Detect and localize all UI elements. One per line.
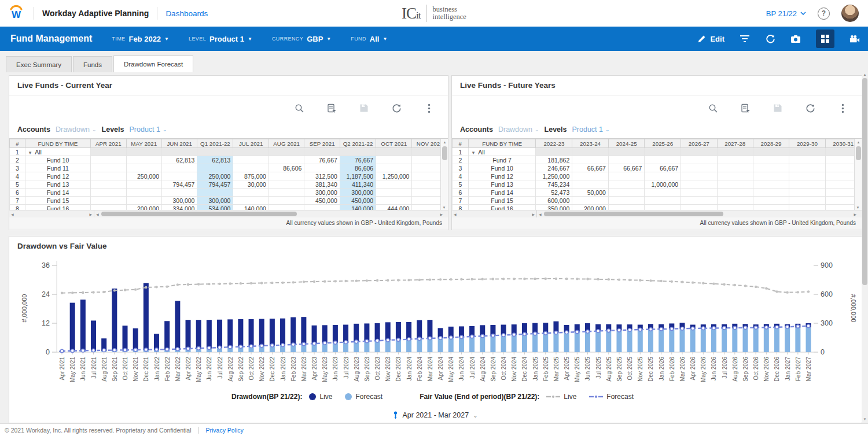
search-icon[interactable]: [708, 103, 718, 113]
point-fair-value-live[interactable]: [334, 280, 336, 282]
point-fair-value-forecast[interactable]: [775, 326, 779, 329]
point-fair-value-live[interactable]: [681, 280, 683, 283]
point-fair-value-live[interactable]: [545, 278, 547, 280]
bar-drawdown-forecast[interactable]: [785, 328, 790, 353]
point-fair-value-forecast[interactable]: [617, 328, 621, 332]
value-cell[interactable]: [91, 148, 126, 156]
value-cell[interactable]: 1,187,500: [340, 172, 376, 180]
point-fair-value-live[interactable]: [797, 291, 799, 293]
point-fair-value-live[interactable]: [313, 280, 315, 283]
point-fair-value-live[interactable]: [271, 282, 273, 284]
bar-drawdown-forecast[interactable]: [469, 337, 475, 352]
level-filter[interactable]: LEVEL Product 1 ▼: [189, 35, 252, 43]
point-fair-value-live[interactable]: [387, 279, 389, 282]
point-fair-value-forecast[interactable]: [344, 341, 348, 344]
value-cell[interactable]: [304, 164, 340, 172]
value-cell[interactable]: [572, 148, 609, 156]
point-fair-value-forecast[interactable]: [386, 339, 389, 342]
grid-view-button[interactable]: [816, 29, 834, 48]
legend-item-fv-forecast[interactable]: Forecast: [589, 393, 634, 401]
version-selector[interactable]: BP 21/22: [766, 9, 806, 18]
bar-drawdown-forecast[interactable]: [764, 328, 769, 352]
value-cell[interactable]: [789, 148, 825, 156]
value-cell[interactable]: [789, 164, 825, 172]
point-fair-value-live[interactable]: [124, 289, 126, 291]
value-cell[interactable]: [91, 164, 126, 172]
refresh-icon[interactable]: [765, 34, 775, 44]
bar-drawdown-forecast[interactable]: [722, 328, 727, 352]
point-fair-value-forecast[interactable]: [292, 343, 295, 346]
point-fair-value-live[interactable]: [92, 291, 94, 293]
point-fair-value-live[interactable]: [744, 284, 746, 287]
point-fair-value-live[interactable]: [649, 279, 652, 282]
value-cell[interactable]: 411,340: [340, 180, 376, 189]
bar-drawdown-forecast[interactable]: [774, 328, 779, 352]
value-cell[interactable]: [608, 197, 644, 205]
point-fair-value-forecast[interactable]: [323, 342, 326, 345]
point-fair-value-forecast[interactable]: [460, 335, 464, 339]
point-fair-value-forecast[interactable]: [523, 332, 527, 336]
point-fair-value-live[interactable]: [576, 278, 578, 280]
point-fair-value-forecast[interactable]: [239, 345, 242, 349]
value-cell[interactable]: [717, 148, 753, 156]
value-cell[interactable]: [233, 156, 269, 164]
value-cell[interactable]: [161, 172, 197, 180]
point-fair-value-forecast[interactable]: [123, 349, 127, 352]
value-cell[interactable]: [197, 148, 233, 156]
point-fair-value-forecast[interactable]: [796, 325, 800, 328]
point-fair-value-live[interactable]: [303, 280, 305, 283]
point-fair-value-forecast[interactable]: [281, 343, 285, 347]
bar-drawdown-forecast[interactable]: [522, 334, 527, 352]
point-fair-value-live[interactable]: [376, 279, 378, 282]
scroll-right-icon[interactable]: ▶: [440, 212, 443, 216]
point-fair-value-live[interactable]: [344, 280, 347, 282]
point-fair-value-live[interactable]: [723, 283, 725, 286]
value-cell[interactable]: [91, 197, 126, 205]
point-fair-value-live[interactable]: [692, 281, 694, 283]
value-cell[interactable]: [717, 156, 753, 164]
fund-name-cell[interactable]: Fund 16: [25, 205, 90, 210]
point-fair-value-forecast[interactable]: [271, 344, 274, 348]
point-fair-value-live[interactable]: [250, 282, 252, 284]
value-cell[interactable]: [753, 189, 789, 197]
value-cell[interactable]: 140,000: [340, 205, 376, 210]
point-fair-value-forecast[interactable]: [407, 338, 411, 341]
point-fair-value-live[interactable]: [618, 278, 620, 280]
value-cell[interactable]: [572, 172, 609, 180]
value-cell[interactable]: [126, 164, 161, 172]
bar-drawdown-forecast[interactable]: [711, 328, 716, 352]
value-cell[interactable]: 875,000: [233, 172, 269, 180]
bar-drawdown-live[interactable]: [80, 300, 86, 351]
value-cell[interactable]: 794,457: [197, 180, 233, 189]
scroll-down-icon[interactable]: ▼: [440, 204, 448, 210]
value-cell[interactable]: [126, 148, 161, 156]
value-cell[interactable]: [126, 180, 161, 189]
point-fair-value-forecast[interactable]: [365, 339, 369, 343]
bar-drawdown-live[interactable]: [259, 319, 264, 346]
workday-logo-icon[interactable]: W: [7, 3, 25, 24]
point-fair-value-live[interactable]: [460, 278, 462, 280]
value-cell[interactable]: [681, 180, 717, 189]
bar-drawdown-forecast[interactable]: [806, 327, 811, 352]
filter-icon[interactable]: [740, 34, 750, 44]
bar-drawdown-forecast[interactable]: [512, 335, 517, 352]
value-cell[interactable]: 200,000: [126, 205, 161, 210]
fund-name-cell[interactable]: Fund 14: [468, 189, 536, 197]
bar-drawdown-forecast[interactable]: [585, 332, 590, 352]
point-fair-value-forecast[interactable]: [470, 335, 474, 338]
horizontal-scrollbar[interactable]: ◀▶ ◀▶: [9, 210, 448, 217]
point-fair-value-live[interactable]: [755, 286, 757, 288]
value-cell[interactable]: [126, 197, 161, 205]
value-cell[interactable]: [645, 197, 681, 205]
value-cell[interactable]: [608, 148, 644, 156]
point-fair-value-live[interactable]: [197, 283, 200, 285]
bar-drawdown-live[interactable]: [312, 326, 317, 344]
point-fair-value-forecast[interactable]: [145, 348, 148, 352]
point-fair-value-live[interactable]: [765, 287, 767, 289]
point-fair-value-live[interactable]: [102, 291, 105, 293]
accounts-selector[interactable]: Drawdown⌄: [56, 125, 97, 134]
value-cell[interactable]: [753, 172, 789, 180]
value-cell[interactable]: [376, 180, 412, 189]
bar-drawdown-live[interactable]: [217, 320, 222, 348]
value-cell[interactable]: [645, 148, 681, 156]
